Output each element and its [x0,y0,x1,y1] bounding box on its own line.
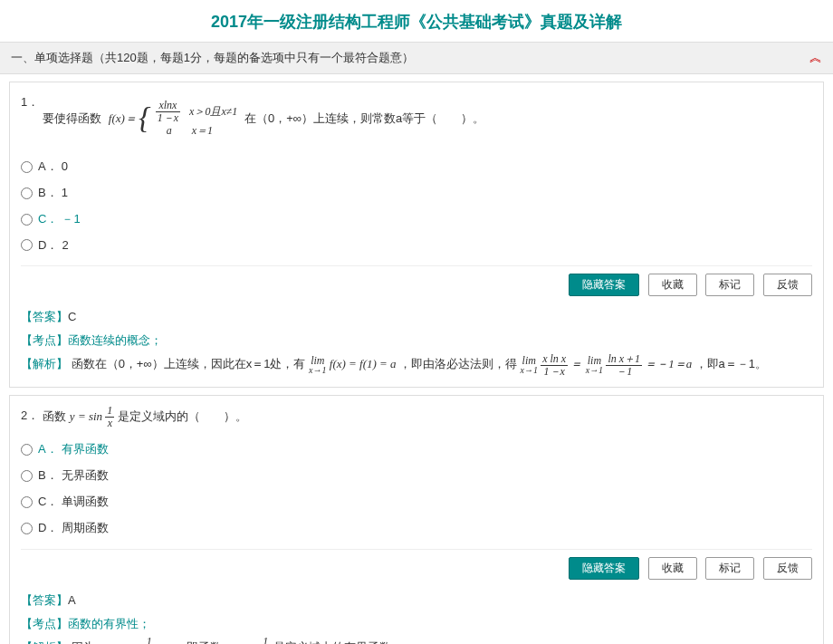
q1-option-b[interactable]: B． 1 [21,180,812,207]
feedback-button[interactable]: 反馈 [763,274,812,296]
q1-optA-label: A． [38,158,58,177]
topic-tag: 【考点】 [21,333,68,347]
page-title: 2017年一级注册结构工程师《公共基础考试》真题及详解 [0,0,833,42]
q2-radio-c[interactable] [21,496,33,508]
q2-option-b[interactable]: B． 无界函数 [21,463,812,489]
q2-stem: 2． 函数 y = sin 1x 是定义域内的（ ）。 [21,405,812,429]
q2-number: 2． [21,405,39,426]
q2-radio-b[interactable] [21,470,33,482]
q1-optD-label: D． [38,236,58,255]
answer-tag: 【答案】 [21,593,68,607]
analysis-tag: 【解析】 [21,640,68,644]
q2-optD-label: D． [38,519,58,538]
topic-tag: 【考点】 [21,617,68,630]
q2-analysis-3: 是定义域内的有界函数。 [273,640,403,644]
q1-fx-formula: f(x)＝{ xlnx1－x x＞0且x≠1 a x＝1 [109,91,237,147]
q2-option-a[interactable]: A． 有界函数 [21,437,812,463]
q1-optC-label: C． [38,210,58,229]
q1-lim-formula-2: limx→1 x ln x1－x ＝ limx→1 ln x＋1－1 ＝－1＝a [521,357,695,370]
section-heading-text: 一、单项选择题（共120题，每题1分，每题的备选项中只有一个最符合题意） [11,51,414,64]
question-1: 1． 要使得函数 f(x)＝{ xlnx1－x x＞0且x≠1 a x＝1 在（… [9,82,824,388]
q2-analysis-1: 因为 [72,640,95,644]
q1-number: 1． [21,91,39,112]
answer-tag: 【答案】 [21,310,68,323]
q1-stem-after: 在（0，+∞）上连续，则常数a等于（ ）。 [244,111,484,125]
q2-optA-label: A． [38,440,58,459]
mark-button[interactable]: 标记 [705,557,754,580]
mark-button[interactable]: 标记 [705,274,754,296]
q2-option-d[interactable]: D． 周期函数 [21,515,812,542]
collapse-icon[interactable]: ︽ [809,50,822,66]
q2-topic-link[interactable]: 函数的有界性； [68,617,150,630]
hide-answer-button[interactable]: 隐藏答案 [569,557,639,580]
favorite-button[interactable]: 收藏 [648,557,697,580]
q1-stem-before: 要使得函数 [43,111,101,125]
q2-optC-label: C． [38,493,58,512]
q2-inequality: －1 ≤ sin 1x ≤ 1 [98,640,175,644]
q2-radio-a[interactable] [21,444,33,456]
question-2: 2． 函数 y = sin 1x 是定义域内的（ ）。 A． 有界函数 B． 无… [9,395,824,644]
q1-optB-label: B． [38,184,58,203]
q2-formula: y = sin 1x [70,409,118,423]
q1-optB-text: 1 [62,184,68,203]
q2-analysis-2: ，即函数 [175,640,222,644]
q2-button-bar: 隐藏答案 收藏 标记 反馈 [21,549,812,583]
q2-optD-text: 周期函数 [62,519,109,538]
section-header: 一、单项选择题（共120题，每题1分，每题的备选项中只有一个最符合题意） ︽ [0,42,833,74]
q1-radio-a[interactable] [21,161,33,173]
q1-lim-formula-1: limx→1 f(x) = f(1) = a [309,357,399,370]
q1-explanation: 【答案】C 【考点】函数连续的概念； 【解析】 函数在（0，+∞）上连续，因此在… [21,300,812,378]
q1-analysis-1: 函数在（0，+∞）上连续，因此在x＝1处，有 [72,357,306,370]
q1-optA-text: 0 [62,158,68,177]
q1-optC-text: －1 [62,210,80,229]
q1-optD-text: 2 [62,236,68,255]
q2-stem-after: 是定义域内的（ ）。 [118,409,247,423]
q1-radio-d[interactable] [21,239,33,251]
q1-topic-link[interactable]: 函数连续的概念； [68,333,162,347]
q1-option-c[interactable]: C． －1 [21,207,812,233]
q2-optC-text: 单调函数 [62,493,109,512]
q2-optB-text: 无界函数 [62,466,109,485]
q1-radio-c[interactable] [21,214,33,226]
q1-radio-b[interactable] [21,187,33,199]
q2-stem-before: 函数 [43,409,66,423]
q2-explanation: 【答案】A 【考点】函数的有界性； 【解析】 因为 －1 ≤ sin 1x ≤ … [21,583,812,644]
q2-optB-label: B． [38,466,58,485]
q2-optA-text: 有界函数 [62,440,109,459]
q1-button-bar: 隐藏答案 收藏 标记 反馈 [21,265,812,300]
feedback-button[interactable]: 反馈 [763,557,812,580]
q1-option-d[interactable]: D． 2 [21,233,812,259]
favorite-button[interactable]: 收藏 [648,274,697,296]
hide-answer-button[interactable]: 隐藏答案 [569,274,639,296]
q1-answer-value: C [68,310,76,323]
q1-stem: 1． 要使得函数 f(x)＝{ xlnx1－x x＞0且x≠1 a x＝1 在（… [21,91,812,147]
q1-analysis-2: ，即由洛必达法则，得 [399,357,517,370]
q1-option-a[interactable]: A． 0 [21,154,812,180]
q2-option-c[interactable]: C． 单调函数 [21,489,812,515]
q1-analysis-3: ，即a＝－1。 [695,357,767,370]
q2-formula-2: y = sin 1x [225,640,273,644]
q2-answer-value: A [68,593,76,607]
q2-radio-d[interactable] [21,523,33,534]
analysis-tag: 【解析】 [21,357,68,370]
